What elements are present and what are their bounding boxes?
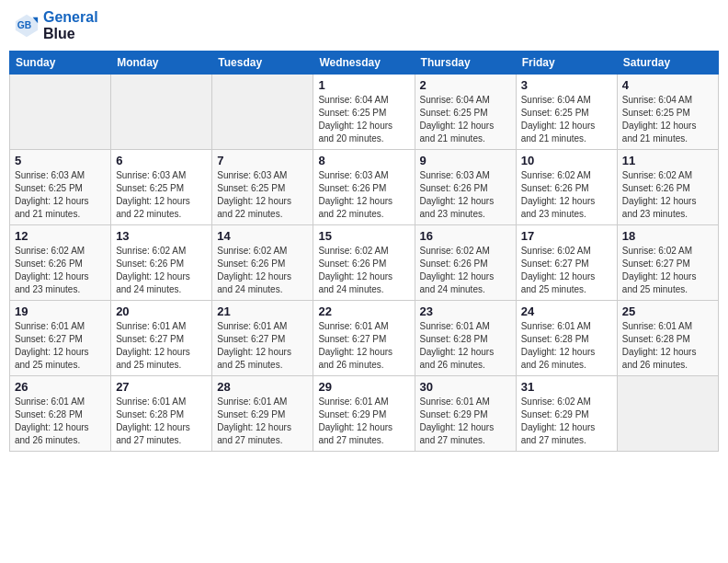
calendar-header-friday: Friday	[516, 52, 617, 75]
calendar-day-cell: 26Sunrise: 6:01 AM Sunset: 6:28 PM Dayli…	[10, 376, 111, 452]
calendar-day-cell: 17Sunrise: 6:02 AM Sunset: 6:27 PM Dayli…	[516, 225, 617, 301]
calendar-week-row: 12Sunrise: 6:02 AM Sunset: 6:26 PM Dayli…	[10, 225, 719, 301]
calendar-day-cell: 24Sunrise: 6:01 AM Sunset: 6:28 PM Dayli…	[516, 301, 617, 376]
day-info: Sunrise: 6:01 AM Sunset: 6:28 PM Dayligh…	[420, 320, 511, 372]
day-info: Sunrise: 6:02 AM Sunset: 6:26 PM Dayligh…	[521, 169, 612, 221]
calendar-header-monday: Monday	[111, 52, 212, 75]
day-info: Sunrise: 6:04 AM Sunset: 6:25 PM Dayligh…	[521, 94, 612, 145]
day-number: 13	[116, 229, 207, 243]
day-info: Sunrise: 6:03 AM Sunset: 6:25 PM Dayligh…	[217, 169, 308, 221]
day-number: 26	[15, 380, 106, 394]
day-number: 9	[420, 154, 511, 167]
day-number: 29	[318, 380, 409, 394]
day-number: 4	[622, 78, 713, 92]
day-number: 2	[420, 78, 511, 92]
day-info: Sunrise: 6:01 AM Sunset: 6:27 PM Dayligh…	[318, 320, 409, 372]
calendar-header-row: SundayMondayTuesdayWednesdayThursdayFrid…	[10, 52, 719, 75]
calendar-day-cell: 5Sunrise: 6:03 AM Sunset: 6:25 PM Daylig…	[10, 150, 111, 225]
calendar-day-cell: 3Sunrise: 6:04 AM Sunset: 6:25 PM Daylig…	[516, 75, 617, 150]
calendar-header-thursday: Thursday	[415, 52, 516, 75]
calendar-day-cell: 10Sunrise: 6:02 AM Sunset: 6:26 PM Dayli…	[516, 150, 617, 225]
calendar-day-cell: 6Sunrise: 6:03 AM Sunset: 6:25 PM Daylig…	[111, 150, 212, 225]
day-info: Sunrise: 6:01 AM Sunset: 6:27 PM Dayligh…	[217, 320, 308, 372]
day-info: Sunrise: 6:02 AM Sunset: 6:26 PM Dayligh…	[420, 245, 511, 296]
day-info: Sunrise: 6:01 AM Sunset: 6:28 PM Dayligh…	[521, 320, 612, 372]
day-number: 21	[217, 304, 308, 318]
calendar-day-cell: 18Sunrise: 6:02 AM Sunset: 6:27 PM Dayli…	[617, 225, 718, 301]
day-info: Sunrise: 6:02 AM Sunset: 6:26 PM Dayligh…	[15, 245, 106, 296]
calendar-day-cell: 19Sunrise: 6:01 AM Sunset: 6:27 PM Dayli…	[10, 301, 111, 376]
calendar-header-saturday: Saturday	[617, 52, 718, 75]
calendar-day-cell	[212, 75, 313, 150]
calendar-day-cell: 28Sunrise: 6:01 AM Sunset: 6:29 PM Dayli…	[212, 376, 313, 452]
day-info: Sunrise: 6:02 AM Sunset: 6:26 PM Dayligh…	[622, 169, 713, 221]
day-info: Sunrise: 6:01 AM Sunset: 6:28 PM Dayligh…	[622, 320, 713, 372]
day-info: Sunrise: 6:01 AM Sunset: 6:28 PM Dayligh…	[116, 396, 207, 447]
calendar-day-cell: 11Sunrise: 6:02 AM Sunset: 6:26 PM Dayli…	[617, 150, 718, 225]
day-number: 20	[116, 304, 207, 318]
calendar-header-wednesday: Wednesday	[313, 52, 415, 75]
day-info: Sunrise: 6:01 AM Sunset: 6:29 PM Dayligh…	[420, 396, 511, 447]
calendar-day-cell: 21Sunrise: 6:01 AM Sunset: 6:27 PM Dayli…	[212, 301, 313, 376]
calendar-day-cell: 25Sunrise: 6:01 AM Sunset: 6:28 PM Dayli…	[617, 301, 718, 376]
day-info: Sunrise: 6:01 AM Sunset: 6:27 PM Dayligh…	[116, 320, 207, 372]
calendar-day-cell: 1Sunrise: 6:04 AM Sunset: 6:25 PM Daylig…	[313, 75, 415, 150]
day-number: 25	[622, 304, 713, 318]
day-number: 5	[15, 154, 106, 167]
calendar-day-cell: 30Sunrise: 6:01 AM Sunset: 6:29 PM Dayli…	[415, 376, 516, 452]
day-number: 18	[622, 229, 713, 243]
calendar-week-row: 26Sunrise: 6:01 AM Sunset: 6:28 PM Dayli…	[10, 376, 719, 452]
day-number: 22	[318, 304, 409, 318]
calendar-day-cell: 20Sunrise: 6:01 AM Sunset: 6:27 PM Dayli…	[111, 301, 212, 376]
day-number: 14	[217, 229, 308, 243]
calendar-day-cell: 23Sunrise: 6:01 AM Sunset: 6:28 PM Dayli…	[415, 301, 516, 376]
day-number: 12	[15, 229, 106, 243]
logo-icon: GB	[14, 13, 40, 39]
calendar-day-cell	[111, 75, 212, 150]
calendar-day-cell: 12Sunrise: 6:02 AM Sunset: 6:26 PM Dayli…	[10, 225, 111, 301]
calendar-day-cell: 13Sunrise: 6:02 AM Sunset: 6:26 PM Dayli…	[111, 225, 212, 301]
calendar-day-cell: 7Sunrise: 6:03 AM Sunset: 6:25 PM Daylig…	[212, 150, 313, 225]
day-number: 15	[318, 229, 409, 243]
day-number: 16	[420, 229, 511, 243]
day-info: Sunrise: 6:02 AM Sunset: 6:26 PM Dayligh…	[116, 245, 207, 296]
calendar-day-cell: 29Sunrise: 6:01 AM Sunset: 6:29 PM Dayli…	[313, 376, 415, 452]
calendar-day-cell: 2Sunrise: 6:04 AM Sunset: 6:25 PM Daylig…	[415, 75, 516, 150]
logo-text: General Blue	[43, 9, 98, 41]
calendar-day-cell: 16Sunrise: 6:02 AM Sunset: 6:26 PM Dayli…	[415, 225, 516, 301]
day-number: 17	[521, 229, 612, 243]
day-number: 8	[318, 154, 409, 167]
day-info: Sunrise: 6:02 AM Sunset: 6:27 PM Dayligh…	[622, 245, 713, 296]
day-info: Sunrise: 6:04 AM Sunset: 6:25 PM Dayligh…	[318, 94, 409, 145]
day-number: 27	[116, 380, 207, 394]
calendar-day-cell	[617, 376, 718, 452]
day-number: 3	[521, 78, 612, 92]
calendar-table: SundayMondayTuesdayWednesdayThursdayFrid…	[9, 51, 719, 452]
calendar-day-cell: 8Sunrise: 6:03 AM Sunset: 6:26 PM Daylig…	[313, 150, 415, 225]
day-info: Sunrise: 6:01 AM Sunset: 6:29 PM Dayligh…	[318, 396, 409, 447]
day-number: 24	[521, 304, 612, 318]
calendar-header-sunday: Sunday	[10, 52, 111, 75]
day-info: Sunrise: 6:03 AM Sunset: 6:26 PM Dayligh…	[318, 169, 409, 221]
day-number: 11	[622, 154, 713, 167]
day-info: Sunrise: 6:03 AM Sunset: 6:25 PM Dayligh…	[116, 169, 207, 221]
day-info: Sunrise: 6:02 AM Sunset: 6:26 PM Dayligh…	[318, 245, 409, 296]
day-info: Sunrise: 6:03 AM Sunset: 6:25 PM Dayligh…	[15, 169, 106, 221]
page-header: GB General Blue	[9, 9, 719, 41]
calendar-day-cell: 27Sunrise: 6:01 AM Sunset: 6:28 PM Dayli…	[111, 376, 212, 452]
day-info: Sunrise: 6:02 AM Sunset: 6:27 PM Dayligh…	[521, 245, 612, 296]
svg-text:GB: GB	[17, 19, 31, 29]
calendar-day-cell: 15Sunrise: 6:02 AM Sunset: 6:26 PM Dayli…	[313, 225, 415, 301]
day-number: 1	[318, 78, 409, 92]
logo: GB General Blue	[14, 9, 98, 41]
day-number: 28	[217, 380, 308, 394]
calendar-day-cell: 14Sunrise: 6:02 AM Sunset: 6:26 PM Dayli…	[212, 225, 313, 301]
day-info: Sunrise: 6:02 AM Sunset: 6:29 PM Dayligh…	[521, 396, 612, 447]
day-info: Sunrise: 6:01 AM Sunset: 6:29 PM Dayligh…	[217, 396, 308, 447]
day-info: Sunrise: 6:04 AM Sunset: 6:25 PM Dayligh…	[420, 94, 511, 145]
calendar-day-cell: 4Sunrise: 6:04 AM Sunset: 6:25 PM Daylig…	[617, 75, 718, 150]
day-info: Sunrise: 6:04 AM Sunset: 6:25 PM Dayligh…	[622, 94, 713, 145]
calendar-week-row: 5Sunrise: 6:03 AM Sunset: 6:25 PM Daylig…	[10, 150, 719, 225]
day-number: 6	[116, 154, 207, 167]
day-info: Sunrise: 6:01 AM Sunset: 6:27 PM Dayligh…	[15, 320, 106, 372]
